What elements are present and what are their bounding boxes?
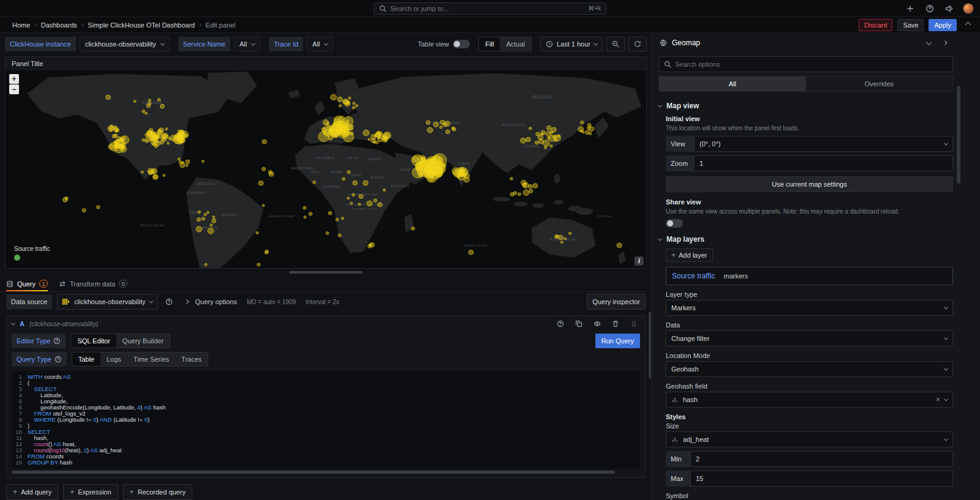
sql-editor-scrollbar[interactable] [12, 471, 640, 474]
add-recorded-query-button[interactable]: +Recorded query [123, 484, 192, 500]
news-button[interactable] [943, 2, 956, 15]
map-zoom-in-button[interactable]: + [9, 74, 19, 84]
run-query-button[interactable]: Run Query [595, 334, 640, 348]
svg-text:BRAZIL: BRAZIL [222, 212, 238, 217]
global-search-input[interactable] [390, 5, 584, 12]
search-icon [664, 61, 671, 68]
breadcrumb-home[interactable]: Home [12, 21, 30, 29]
svg-text:Indian Ocean: Indian Ocean [464, 243, 488, 247]
query-type-logs[interactable]: Logs [100, 353, 127, 366]
drag-query-handle[interactable] [628, 318, 640, 330]
options-tab-overrides[interactable]: Overrides [806, 76, 953, 91]
chevron-down-icon [925, 39, 932, 45]
layer-type-select[interactable]: Markers [666, 300, 953, 316]
share-view-toggle[interactable] [666, 219, 683, 228]
fill-button[interactable]: Fill [479, 37, 500, 51]
panel-resize-handle[interactable] [0, 269, 652, 276]
map-attribution-button[interactable]: i [635, 256, 644, 266]
avatar[interactable] [963, 3, 974, 14]
zoom-input[interactable] [694, 155, 953, 171]
trash-icon [612, 320, 619, 327]
add-query-button[interactable]: +Add query [6, 484, 58, 500]
clickhouse-logo [62, 298, 70, 305]
query-inspector-button[interactable]: Query inspector [587, 294, 646, 310]
actual-button[interactable]: Actual [500, 37, 531, 51]
query-type-traces[interactable]: Traces [175, 353, 208, 366]
map-zoom-out-button[interactable]: − [9, 84, 19, 94]
query-footer: +Add query +Expression +Recorded query [0, 478, 652, 500]
view-select[interactable]: (0°, 0°) [694, 136, 953, 152]
hide-query-button[interactable] [591, 318, 603, 330]
table-view-toggle[interactable] [453, 40, 470, 48]
tab-query[interactable]: Query 1 [6, 276, 48, 291]
var-value-trace-id[interactable]: All [307, 37, 333, 51]
var-value-clickhouse-instance[interactable]: clickhouse-observability [80, 37, 170, 51]
editor-type-sql[interactable]: SQL Editor [71, 334, 116, 348]
duplicate-query-button[interactable] [573, 318, 585, 330]
chevron-down-icon [324, 41, 328, 45]
breadcrumb-dashboards[interactable]: Dashboards [41, 21, 77, 29]
save-button[interactable]: Save [897, 19, 924, 31]
editor-type-builder[interactable]: Query Builder [116, 334, 170, 348]
grafana-logo[interactable] [6, 3, 17, 14]
viz-picker-toggle[interactable] [922, 37, 935, 49]
field-type-icon [671, 436, 679, 443]
refresh-button[interactable] [628, 37, 647, 51]
help-button[interactable] [924, 2, 936, 15]
add-layer-button[interactable]: +Add layer [666, 248, 713, 262]
clear-icon[interactable]: × [936, 396, 940, 403]
var-value-service-name[interactable]: All [234, 37, 260, 51]
panel-header[interactable]: Panel Title [6, 57, 646, 70]
tab-transform-data[interactable]: Transform data 0 [59, 276, 127, 291]
svg-text:NIGERIA: NIGERIA [323, 185, 340, 189]
code-line: 13 round(log10(heat), 2) AS adj_heat [12, 447, 640, 453]
section-map-view-header[interactable]: Map view [658, 94, 953, 114]
min-input[interactable] [690, 451, 953, 467]
options-search[interactable] [658, 56, 953, 72]
datasource-row: Data source clickhouse-observability Que… [0, 292, 652, 312]
query-type-timeseries[interactable]: Time Series [127, 353, 175, 366]
datasource-help-button[interactable] [163, 296, 175, 308]
geohash-field-select[interactable]: hash × [666, 392, 953, 408]
apply-button[interactable]: Apply [929, 19, 957, 31]
add-expression-button[interactable]: +Expression [63, 484, 118, 500]
grip-icon [630, 320, 638, 327]
query-help-button[interactable] [554, 318, 567, 330]
new-button[interactable] [904, 2, 916, 15]
time-range-picker[interactable]: Last 1 hour [540, 37, 603, 51]
max-input[interactable] [690, 471, 953, 487]
section-map-layers-header[interactable]: Map layers [658, 228, 953, 247]
chevron-down-icon [944, 141, 948, 145]
query-options-toggle[interactable]: Query options [184, 298, 236, 305]
data-select[interactable]: Change filter [666, 330, 953, 346]
time-zoom-out-button[interactable] [606, 37, 625, 51]
panel-edit-actions: Discard Save Apply [859, 19, 974, 31]
global-search[interactable]: ⌘+k [374, 2, 606, 15]
options-tab-all[interactable]: All [659, 76, 806, 91]
collapse-navbar-button[interactable] [962, 19, 974, 31]
options-search-input[interactable] [675, 61, 948, 68]
location-mode-select[interactable]: Geohash [666, 361, 953, 377]
remove-query-button[interactable] [609, 318, 622, 330]
datasource-picker[interactable]: clickhouse-observability [57, 294, 158, 310]
layer-name[interactable]: Source traffic [672, 272, 715, 280]
breadcrumb-dashboard-name[interactable]: Simple ClickHouse OTel Dashboard [88, 21, 195, 29]
geomap-canvas[interactable]: RUSSIACANADAUNITED STATESKAZAKHSTANMONGO… [6, 70, 646, 268]
layer-item-source-traffic[interactable]: Source traffic markers [666, 267, 953, 285]
collapse-options-button[interactable] [940, 37, 952, 49]
sql-editor[interactable]: 1WITH coords AS2(3 SELECT4 Latitude,5 Lo… [12, 371, 640, 469]
zoom-label: Zoom [666, 155, 694, 171]
query-row-header[interactable]: A (clickhouse-observability) [7, 316, 645, 332]
svg-text:Coral Sea: Coral Sea [597, 214, 611, 218]
left-scrollbar[interactable] [649, 312, 651, 379]
use-current-map-settings-button[interactable]: Use current map settings [666, 176, 953, 192]
refresh-icon [634, 40, 641, 48]
options-scrollbar[interactable] [957, 86, 960, 184]
breadcrumb: Home › Dashboards › Simple ClickHouse OT… [12, 21, 236, 29]
discard-button[interactable]: Discard [859, 19, 892, 31]
breadcrumb-separator: › [199, 21, 201, 28]
size-field-select[interactable]: adj_heat [666, 431, 953, 447]
query-type-table[interactable]: Table [72, 353, 100, 366]
chevron-down-icon [149, 299, 153, 303]
code-line: 9) [12, 423, 640, 429]
